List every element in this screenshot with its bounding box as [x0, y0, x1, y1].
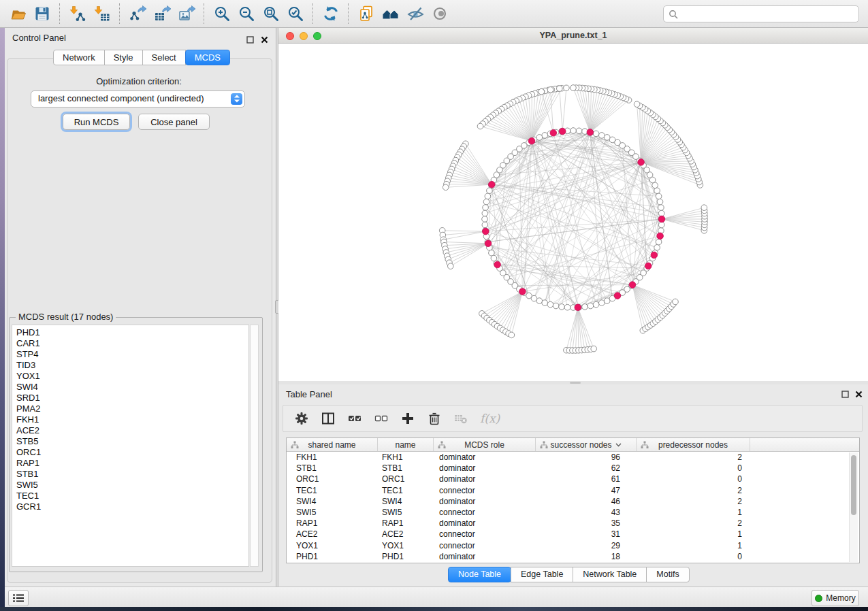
mcds-result-item[interactable]: STP4 [12, 349, 248, 360]
zoom-fit-button[interactable] [259, 1, 283, 26]
mcds-result-item[interactable]: ACE2 [12, 425, 248, 436]
table-scrollbar[interactable] [849, 452, 858, 562]
export-image-icon [178, 5, 196, 23]
hide-graphics-button[interactable] [403, 1, 428, 26]
table-cell: 2 [637, 518, 750, 528]
close-icon[interactable] [261, 34, 268, 46]
mcds-list-scrollbar[interactable] [250, 325, 259, 567]
column-header-predecessor-nodes[interactable]: predecessor nodes [637, 438, 750, 451]
show-panels-list-button[interactable] [8, 590, 29, 606]
refresh-button[interactable] [319, 1, 343, 26]
column-header-empty [750, 438, 859, 451]
mcds-result-item[interactable]: SRD1 [12, 393, 248, 403]
search-box[interactable] [663, 5, 859, 22]
import-network-button[interactable] [65, 1, 90, 26]
delete-column-icon[interactable] [425, 410, 443, 427]
mcds-result-list[interactable]: PHD1CAR1STP4TID3YOX1SWI4SRD1PMA2FKH1ACE2… [12, 325, 249, 567]
toolbar-separator [348, 3, 349, 24]
network-home-button[interactable] [379, 1, 403, 26]
tab-style[interactable]: Style [104, 50, 143, 65]
table-row[interactable]: RAP1RAP1dominator352 [287, 518, 859, 529]
save-session-button[interactable] [30, 1, 54, 26]
mcds-result-item[interactable]: TID3 [12, 360, 248, 371]
mcds-result-item[interactable]: CAR1 [12, 338, 248, 349]
table-cell: TEC1 [378, 486, 434, 495]
table-row[interactable]: PHD1PHD1dominator180 [287, 551, 859, 562]
tab-node-table[interactable]: Node Table [448, 567, 511, 582]
network-window-titlebar[interactable]: YPA_prune.txt_1 [278, 28, 868, 44]
table-cell: PHD1 [287, 552, 378, 561]
mcds-result-item[interactable]: STB5 [12, 436, 248, 447]
table-cell: ORC1 [378, 474, 434, 484]
table-cell: 35 [536, 518, 637, 528]
add-column-icon[interactable] [399, 410, 417, 427]
table-row[interactable]: ORC1ORC1dominator610 [287, 474, 859, 484]
tab-select[interactable]: Select [142, 50, 186, 65]
float-window-icon[interactable] [246, 34, 254, 46]
zoom-out-button[interactable] [234, 1, 259, 26]
mcds-result-item[interactable]: SWI4 [12, 382, 248, 393]
column-header-mcds-role[interactable]: MCDS role [434, 438, 536, 451]
control-panel: Control Panel NetworkStyleSelectMCDS Opt… [5, 28, 276, 587]
table-body: FKH1FKH1dominator962STB1STB1dominator620… [287, 452, 859, 562]
clone-network-button[interactable] [354, 1, 379, 26]
table-row[interactable]: SWI4SWI4dominator462 [287, 496, 859, 507]
table-cell: 1 [637, 508, 750, 517]
show-graphics-button[interactable] [428, 1, 452, 26]
mcds-result-item[interactable]: GCR1 [12, 501, 248, 512]
mcds-result-item[interactable]: STB1 [12, 469, 248, 480]
zoom-selected-button[interactable] [283, 1, 308, 26]
scrollbar-thumb[interactable] [851, 455, 856, 515]
optimization-criterion-label: Optimization criterion: [7, 76, 271, 86]
tab-motifs[interactable]: Motifs [646, 567, 689, 582]
table-cell: 62 [536, 463, 637, 473]
close-icon[interactable] [855, 389, 863, 401]
network-ring-nodes[interactable] [482, 128, 665, 311]
table-row[interactable]: TEC1TEC1connector472 [287, 485, 859, 496]
tab-mcds[interactable]: MCDS [185, 50, 230, 65]
optimization-criterion-select[interactable]: largest connected component (undirected) [31, 90, 245, 108]
table-panel-title: Table Panel [286, 389, 332, 399]
open-file-button[interactable] [5, 1, 30, 26]
close-panel-button[interactable]: Close panel [138, 114, 210, 130]
mcds-result-item[interactable]: RAP1 [12, 458, 248, 469]
tab-network[interactable]: Network [53, 50, 105, 65]
search-input[interactable] [678, 9, 858, 20]
mcds-result-item[interactable]: SWI5 [12, 480, 248, 491]
column-header-name[interactable]: name [378, 438, 434, 451]
select-all-icon[interactable] [346, 410, 364, 427]
refresh-icon [322, 5, 340, 22]
import-table-button[interactable] [90, 1, 114, 26]
tab-network-table[interactable]: Network Table [573, 567, 647, 582]
run-mcds-button[interactable]: Run MCDS [63, 114, 130, 130]
splitter-grip[interactable] [570, 382, 581, 384]
table-options-gear-icon[interactable] [293, 410, 310, 427]
table-row[interactable]: FKH1FKH1dominator962 [287, 452, 859, 463]
mcds-result-item[interactable]: TEC1 [12, 491, 248, 501]
export-network-button[interactable] [125, 1, 150, 26]
zoom-in-button[interactable] [210, 1, 234, 26]
tab-edge-table[interactable]: Edge Table [511, 567, 573, 582]
column-header-shared-name[interactable]: shared name [287, 438, 378, 451]
mcds-result-item[interactable]: YOX1 [12, 371, 248, 382]
table-row[interactable]: ACE2ACE2connector311 [287, 529, 859, 540]
memory-button[interactable]: Memory [811, 590, 859, 606]
table-row[interactable]: YOX1YOX1connector291 [287, 540, 859, 551]
show-columns-icon[interactable] [319, 410, 337, 427]
network-canvas[interactable] [278, 44, 868, 381]
export-table-button[interactable] [150, 1, 174, 26]
mcds-result-item[interactable]: ORC1 [12, 447, 248, 458]
mcds-result-item[interactable]: FKH1 [12, 414, 248, 425]
table-row[interactable]: SWI5SWI5connector431 [287, 507, 859, 518]
table-cell: SWI5 [287, 508, 378, 517]
table-cell: ACE2 [378, 529, 434, 539]
mcds-result-item[interactable]: PHD1 [12, 327, 248, 338]
search-icon [669, 10, 678, 19]
table-row[interactable]: STB1STB1dominator620 [287, 463, 859, 474]
mcds-result-item[interactable]: PMA2 [12, 403, 248, 414]
export-image-button[interactable] [174, 1, 199, 26]
float-window-icon[interactable] [841, 389, 849, 401]
unselect-all-icon[interactable] [372, 410, 390, 427]
table-cell: TEC1 [287, 486, 378, 495]
column-header-successor-nodes[interactable]: successor nodes [536, 438, 637, 451]
